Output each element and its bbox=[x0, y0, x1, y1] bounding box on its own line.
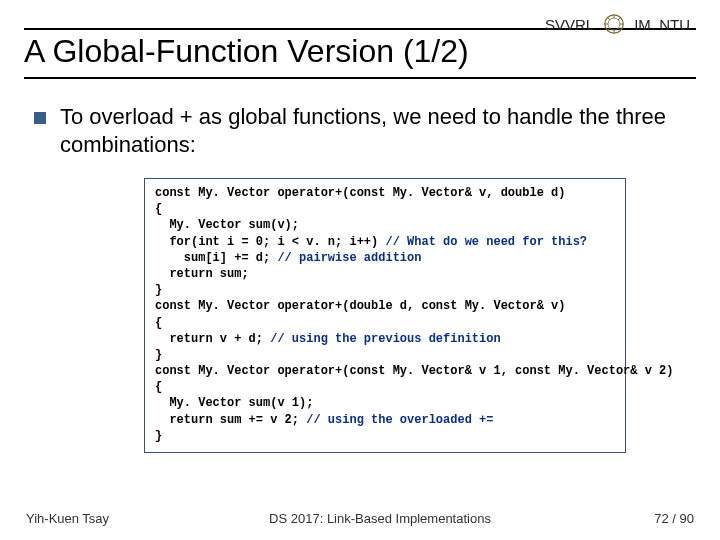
header-org-left: SVVRL bbox=[545, 16, 594, 33]
code-line: } bbox=[155, 429, 162, 443]
code-line: sum[i] += d; bbox=[155, 251, 277, 265]
footer-page: 72 / 90 bbox=[634, 511, 694, 526]
code-line: return sum += v 2; bbox=[155, 413, 306, 427]
code-line: const My. Vector operator+(double d, con… bbox=[155, 299, 565, 313]
svg-line-6 bbox=[608, 18, 610, 20]
code-line: const My. Vector operator+(const My. Vec… bbox=[155, 186, 565, 200]
code-line: return sum; bbox=[155, 267, 249, 281]
title-divider: A Global-Function Version (1/2) bbox=[24, 28, 696, 79]
code-line: { bbox=[155, 202, 162, 216]
header-org-right: IM. NTU bbox=[634, 16, 690, 33]
svg-line-8 bbox=[618, 18, 620, 20]
slide: SVVRL IM. NTU A Global-Function Versi bbox=[0, 0, 720, 540]
square-bullet-icon bbox=[34, 112, 46, 124]
code-line: My. Vector sum(v 1); bbox=[155, 396, 313, 410]
svg-line-9 bbox=[608, 28, 610, 30]
code-line: return v + d; bbox=[155, 332, 270, 346]
footer: Yih-Kuen Tsay DS 2017: Link-Based Implem… bbox=[0, 511, 720, 526]
svg-line-7 bbox=[618, 28, 620, 30]
code-line: const My. Vector operator+(const My. Vec… bbox=[155, 364, 673, 378]
bullet-item: To overload + as global functions, we ne… bbox=[24, 103, 696, 158]
code-line: } bbox=[155, 283, 162, 297]
code-line: { bbox=[155, 316, 162, 330]
code-comment: // What do we need for this? bbox=[385, 235, 587, 249]
code-comment: // using the previous definition bbox=[270, 332, 500, 346]
bullet-text: To overload + as global functions, we ne… bbox=[60, 103, 688, 158]
page-title: A Global-Function Version (1/2) bbox=[24, 31, 696, 76]
code-comment: // pairwise addition bbox=[277, 251, 421, 265]
ntu-logo-icon bbox=[604, 14, 624, 34]
code-line: } bbox=[155, 348, 162, 362]
code-comment: // using the overloaded += bbox=[306, 413, 493, 427]
footer-course: DS 2017: Link-Based Implementations bbox=[126, 511, 634, 526]
code-line: for(int i = 0; i < v. n; i++) bbox=[155, 235, 385, 249]
code-line: { bbox=[155, 380, 162, 394]
footer-author: Yih-Kuen Tsay bbox=[26, 511, 126, 526]
code-block: const My. Vector operator+(const My. Vec… bbox=[144, 178, 626, 453]
code-line: My. Vector sum(v); bbox=[155, 218, 299, 232]
